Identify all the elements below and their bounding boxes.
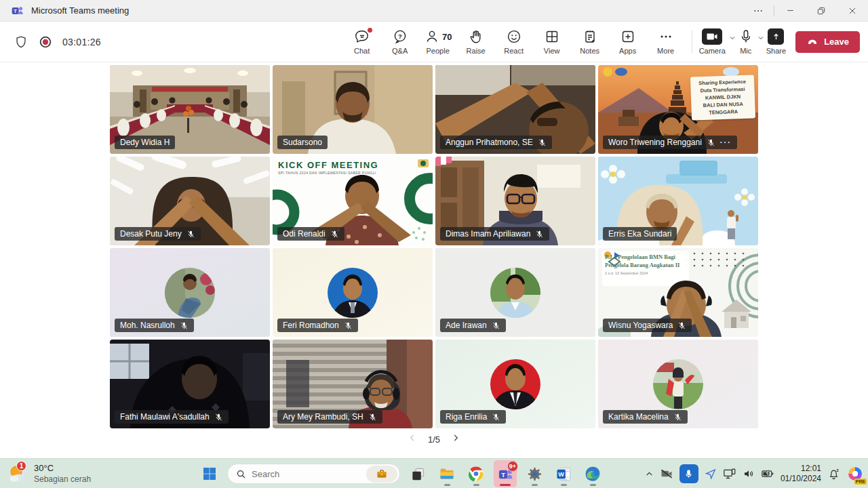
clock-widget[interactable]: 12:01 01/10/2024 [781,464,821,484]
share-label: Share [766,47,786,55]
window-controls [743,0,868,21]
camera-off-icon[interactable] [660,467,673,481]
restore-button[interactable] [806,0,837,21]
participant-name-tag: Sudarsono [277,136,328,149]
search-icon [236,469,246,479]
participant-name-tag: Odi Renaldi [277,227,344,241]
mic-chevron-down-icon[interactable] [757,33,765,45]
mic-muted-icon [180,321,189,330]
close-button[interactable] [837,0,868,21]
search-highlight[interactable] [366,466,397,483]
next-page-button[interactable] [451,433,460,445]
camera-button[interactable]: Camera [699,28,726,55]
start-button[interactable] [198,460,221,487]
chat-label: Chat [354,47,370,55]
background-card: Sharing ExperienceDuta TransformasiKANWI… [690,75,755,121]
teams-taskbar-button[interactable]: T9+ [494,460,517,487]
weather-widget[interactable]: 1 30°C Sebagian cerah [7,459,91,488]
participant-tile[interactable]: P.J.J Pengelolaan BMN BagiPengelola Bara… [598,248,758,337]
chat-unread-dot [368,28,372,33]
background-card: P.J.J Pengelolaan BMN BagiPengelola Bara… [605,253,686,275]
volume-icon[interactable] [743,468,755,480]
react-label: React [504,47,524,55]
participant-name-tag: Ary Mey Rambudi, SH [277,410,382,424]
word-taskbar-button[interactable]: W [552,460,575,487]
view-button[interactable]: View [533,28,571,55]
mic-muted-icon [538,138,547,147]
tile-more-icon[interactable]: ··· [720,138,732,146]
minimize-button[interactable] [774,0,806,21]
react-button[interactable]: React [495,28,533,55]
devices-icon[interactable] [723,468,736,480]
previous-page-button[interactable] [408,433,417,445]
copilot-pre-badge: PRE [854,479,867,485]
mic-button[interactable]: Mic [738,28,754,55]
participant-tile[interactable]: Feri Romadhon [273,248,433,337]
participant-name-tag: Erris Eka Sundari [603,227,677,241]
chat-button[interactable]: Chat [343,28,381,55]
qa-button[interactable]: ?Q&A [381,28,419,55]
qa-icon: ? [392,28,408,45]
search-input[interactable] [252,469,353,479]
taskbar-search[interactable] [227,464,400,484]
teams-meeting-window: T Microsoft Teams meeting [0,0,868,488]
people-label: People [427,47,450,55]
participant-tile[interactable]: Sudarsono [273,65,433,154]
tray-date: 01/10/2024 [781,474,821,484]
participant-tile[interactable]: Dedy Widia H [110,65,270,154]
participant-tile[interactable]: Moh. Nasrulloh [110,248,270,337]
chrome-taskbar-button[interactable] [465,460,488,487]
leave-label: Leave [824,37,849,47]
participant-tile[interactable]: Desak Putu Jeny [110,157,270,245]
participant-tile[interactable]: Ary Mey Rambudi, SH [273,340,433,428]
page-indicator: 1/5 [428,434,440,445]
copilot-icon[interactable]: PRE [846,465,864,483]
participant-name: Kartika Macelina [608,412,669,422]
apps-button[interactable]: Apps [609,28,647,55]
people-count: 70 [442,32,452,42]
taskview-icon [410,466,426,482]
participant-tile[interactable]: Ade Irawan [435,248,595,337]
raise-button[interactable]: Raise [457,28,495,55]
participant-name: Desak Putu Jeny [120,229,182,239]
participant-tile[interactable]: Riga Enrilia [435,340,595,428]
mic-muted-icon [492,413,500,422]
taskview-taskbar-button[interactable] [406,460,429,487]
leave-button[interactable]: Leave [795,31,860,53]
mic-icon [738,28,754,45]
participant-tile[interactable]: Erris Eka Sundari [598,157,758,245]
camera-label: Camera [699,47,726,55]
participant-name: Wisnu Yogaswara [608,321,673,330]
explorer-taskbar-button[interactable] [435,460,458,487]
share-button[interactable]: Share [766,28,786,55]
notification-bell-icon[interactable]: z [827,468,840,481]
participant-tile[interactable]: Sharing ExperienceDuta TransformasiKANWI… [598,65,758,154]
more-button[interactable]: More [647,28,685,55]
participant-name-tag: Wisnu Yogaswara [603,319,692,332]
location-icon[interactable] [705,468,717,480]
participant-tile[interactable]: KICK OFF MEETING SPI TAHUN 2024 DAN IMPL… [273,157,433,245]
notes-button[interactable]: Notes [571,28,609,55]
svg-text:T: T [501,470,505,478]
people-button[interactable]: 70People [419,28,457,55]
battery-icon[interactable] [761,468,774,480]
shield-icon [14,35,28,49]
participant-name: Anggun Prihatmono, SE [446,138,533,147]
participant-tile[interactable]: Anggun Prihatmono, SE [435,65,595,154]
recording-group: 03:01:26 [14,35,101,49]
participant-tile[interactable]: Fathi Maulawi A'sadullah [110,340,270,428]
chrome-icon [468,466,484,482]
participant-name: Ade Irawan [446,321,487,330]
camera-chevron-down-icon[interactable] [728,33,736,45]
window-more-button[interactable] [743,0,774,21]
participant-tile[interactable]: Dimas Imam Apriliawan [435,157,595,245]
camera-icon [702,28,722,45]
meeting-toolbar: 03:01:26 Chat?Q&A70PeopleRaiseReactViewN… [0,22,868,62]
settings-taskbar-button[interactable] [523,460,546,487]
edge-taskbar-button[interactable] [581,460,604,487]
tray-mic-button[interactable] [679,464,698,483]
participant-name: Odi Renaldi [283,229,326,239]
view-label: View [544,47,560,55]
participant-tile[interactable]: Kartika Macelina [598,340,758,428]
tray-chevron-up-icon[interactable] [645,470,654,479]
